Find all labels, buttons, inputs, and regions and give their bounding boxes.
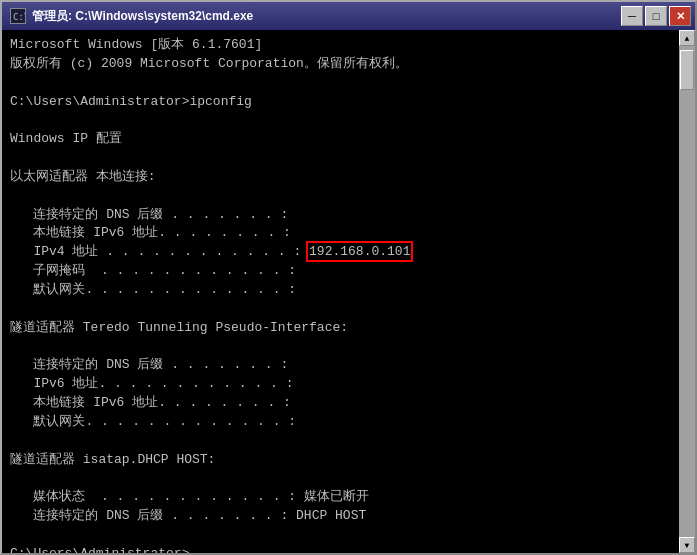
line-13: 子网掩码 . . . . . . . . . . . . :	[10, 263, 296, 278]
line-18: 连接特定的 DNS 后缀 . . . . . . . :	[10, 357, 288, 372]
app-icon: C:\	[10, 8, 26, 24]
line-20: 本地链接 IPv6 地址. . . . . . . . :	[10, 395, 291, 410]
close-button[interactable]: ✕	[669, 6, 691, 26]
terminal-content: Microsoft Windows [版本 6.1.7601] 版权所有 (c)…	[10, 36, 687, 553]
svg-text:C:\: C:\	[13, 12, 25, 22]
terminal-body: Microsoft Windows [版本 6.1.7601] 版权所有 (c)…	[2, 30, 695, 553]
line-6: Windows IP 配置	[10, 131, 122, 146]
line-12: IPv4 地址 . . . . . . . . . . . . : 192.16…	[10, 243, 687, 262]
line-4: C:\Users\Administrator>ipconfig	[10, 94, 252, 109]
line-14: 默认网关. . . . . . . . . . . . . :	[10, 282, 296, 297]
line-11: 本地链接 IPv6 地址. . . . . . . . :	[10, 225, 291, 240]
line-10: 连接特定的 DNS 后缀 . . . . . . . :	[10, 207, 288, 222]
line-25: 媒体状态 . . . . . . . . . . . . : 媒体已断开	[10, 489, 369, 504]
line-28: C:\Users\Administrator>	[10, 546, 189, 553]
window-title: 管理员: C:\Windows\system32\cmd.exe	[32, 8, 253, 25]
line-19: IPv6 地址. . . . . . . . . . . . :	[10, 376, 293, 391]
title-bar-left: C:\ 管理员: C:\Windows\system32\cmd.exe	[10, 8, 253, 25]
line-26: 连接特定的 DNS 后缀 . . . . . . . : DHCP HOST	[10, 508, 366, 523]
line-12-prefix: IPv4 地址 . . . . . . . . . . . . :	[10, 244, 309, 259]
scrollbar-thumb[interactable]	[680, 50, 694, 90]
scrollbar[interactable]: ▲ ▼	[679, 30, 695, 553]
line-21: 默认网关. . . . . . . . . . . . . :	[10, 414, 296, 429]
scroll-up-arrow[interactable]: ▲	[679, 30, 695, 46]
scroll-down-arrow[interactable]: ▼	[679, 537, 695, 553]
line-16: 隧道适配器 Teredo Tunneling Pseudo-Interface:	[10, 320, 348, 335]
window-controls: ─ □ ✕	[621, 6, 691, 26]
title-bar: C:\ 管理员: C:\Windows\system32\cmd.exe ─ □…	[2, 2, 695, 30]
minimize-button[interactable]: ─	[621, 6, 643, 26]
line-8: 以太网适配器 本地连接:	[10, 169, 156, 184]
maximize-button[interactable]: □	[645, 6, 667, 26]
scrollbar-track[interactable]	[679, 46, 695, 537]
line-2: 版权所有 (c) 2009 Microsoft Corporation。保留所有…	[10, 56, 408, 71]
cmd-window: C:\ 管理员: C:\Windows\system32\cmd.exe ─ □…	[0, 0, 697, 555]
ipv4-address: 192.168.0.101	[309, 244, 410, 259]
line-1: Microsoft Windows [版本 6.1.7601]	[10, 37, 262, 52]
line-23: 隧道适配器 isatap.DHCP HOST:	[10, 452, 215, 467]
